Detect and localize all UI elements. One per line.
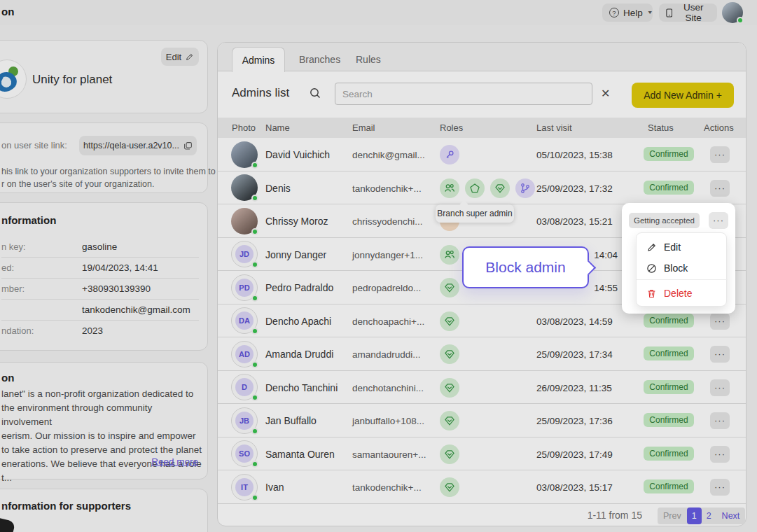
branch-super-admin-tooltip: Branch super admin bbox=[436, 204, 514, 223]
prev-page-button[interactable]: Prev bbox=[658, 507, 687, 524]
menu-item-label: Block bbox=[664, 262, 688, 274]
row-avatar: PD bbox=[231, 274, 258, 301]
read-more-link[interactable]: Reed more bbox=[112, 456, 198, 467]
column-header-photo: Photo bbox=[232, 122, 256, 133]
gem-role-icon[interactable] bbox=[440, 312, 459, 331]
status-badge: Confirmed bbox=[644, 147, 693, 161]
table-row: JBJan Buffallojanbuffallo+108...25/09/20… bbox=[218, 404, 746, 438]
menu-item-edit[interactable]: Edit bbox=[637, 237, 728, 257]
admin-name: Samanta Ouren bbox=[265, 449, 335, 460]
help-button[interactable]: ? Help ▼ bbox=[602, 4, 653, 22]
avatar-initials: IT bbox=[235, 478, 254, 496]
tab-branches[interactable]: Branches bbox=[289, 47, 350, 72]
gem-role-icon[interactable] bbox=[440, 477, 459, 497]
info-label: n key: bbox=[1, 241, 26, 252]
search-input[interactable] bbox=[335, 83, 592, 105]
info-value: tankodenchik@gmail.com bbox=[82, 304, 190, 315]
phone-icon bbox=[666, 8, 672, 18]
info-row: ed: 19/04/2023, 14:41 bbox=[1, 258, 199, 279]
copy-icon[interactable] bbox=[183, 141, 193, 150]
user-avatar[interactable] bbox=[722, 2, 743, 23]
roles-cell bbox=[440, 378, 459, 398]
online-status-dot bbox=[251, 328, 258, 335]
block-admin-callout: Block admin bbox=[462, 246, 589, 288]
menu-divider bbox=[637, 279, 728, 280]
gem-role-icon[interactable] bbox=[440, 344, 459, 364]
column-header-actions: Actions bbox=[704, 122, 734, 133]
row-avatar bbox=[231, 208, 258, 234]
info-row: ndation: 2023 bbox=[1, 321, 199, 342]
description-heading: on bbox=[1, 372, 14, 384]
admin-name: Chrissy Moroz bbox=[265, 216, 328, 227]
row-actions-button[interactable]: ··· bbox=[710, 146, 730, 163]
status-badge: Confirmed bbox=[644, 314, 693, 328]
users-role-icon[interactable] bbox=[440, 178, 459, 198]
pagination-range: 1-11 from 15 bbox=[502, 510, 642, 521]
trash-icon bbox=[646, 288, 657, 299]
block-icon bbox=[646, 263, 657, 274]
pentagon-role-icon[interactable] bbox=[465, 178, 485, 198]
menu-item-block[interactable]: Block bbox=[637, 258, 728, 278]
app-window: on ? Help ▼ User Site Unity for planet E… bbox=[0, 0, 757, 532]
admins-table-body: David Vuichichdenchik@gmail...05/10/2023… bbox=[218, 138, 746, 504]
row-avatar bbox=[231, 174, 258, 201]
info-label: mber: bbox=[1, 284, 25, 294]
row-avatar: JD bbox=[231, 241, 258, 267]
row-avatar: SO bbox=[231, 440, 258, 467]
information-heading: nformation bbox=[1, 214, 56, 226]
user-site-link-value[interactable]: https://qela-user.a2v10... bbox=[79, 136, 197, 155]
row-actions-popup: Getting accepted ··· Edit Block bbox=[622, 203, 735, 314]
gem-role-icon[interactable] bbox=[440, 378, 459, 398]
avatar-initials: DA bbox=[235, 312, 254, 330]
roles-cell bbox=[440, 444, 459, 464]
add-new-admin-button[interactable]: Add New Admin + bbox=[632, 83, 734, 108]
link-note-line1: his link to your organization supporters… bbox=[1, 165, 216, 178]
tab-rules[interactable]: Rules bbox=[346, 47, 391, 72]
row-actions-button[interactable]: ··· bbox=[710, 313, 730, 330]
information-rows: n key: gasoline ed: 19/04/2023, 14:41 mb… bbox=[1, 237, 199, 342]
key-role-icon[interactable] bbox=[440, 145, 459, 164]
help-icon: ? bbox=[609, 8, 619, 18]
info-label: ed: bbox=[1, 262, 14, 273]
gem-role-icon[interactable] bbox=[440, 278, 459, 298]
branch-role-icon[interactable] bbox=[515, 178, 535, 198]
description-line: the environment through community involv… bbox=[1, 401, 204, 429]
roles-cell bbox=[440, 411, 459, 430]
table-row: DDencho Tanchinidenchotanchini...26/09/2… bbox=[218, 371, 746, 405]
user-site-label: User Site bbox=[676, 2, 710, 23]
last-visit: 03/08/2023, 14:59 bbox=[536, 316, 618, 327]
pencil-icon bbox=[185, 52, 194, 62]
row-actions-button[interactable]: ··· bbox=[710, 180, 730, 197]
menu-item-label: Edit bbox=[664, 241, 681, 253]
gem-role-icon[interactable] bbox=[490, 178, 510, 198]
last-visit: 25/09/2023, 17:49 bbox=[536, 449, 618, 460]
clear-search-icon[interactable]: ✕ bbox=[597, 85, 613, 102]
edit-organization-button[interactable]: Edit bbox=[161, 48, 199, 66]
status-cell: Confirmed bbox=[644, 314, 694, 328]
table-header: Photo Name Email Roles Last visit Status… bbox=[218, 118, 746, 138]
pencil-icon bbox=[646, 242, 657, 253]
row-actions-button[interactable]: ··· bbox=[710, 446, 730, 463]
row-actions-button[interactable]: ··· bbox=[710, 346, 730, 363]
tab-strip: Admins Branches Rules bbox=[218, 43, 746, 71]
gem-role-icon[interactable] bbox=[440, 411, 459, 430]
page-1-button[interactable]: 1 bbox=[687, 507, 702, 524]
tab-admins[interactable]: Admins bbox=[232, 47, 285, 72]
info-value: 2023 bbox=[82, 326, 103, 336]
page-2-button[interactable]: 2 bbox=[702, 507, 716, 524]
search-icon[interactable] bbox=[309, 87, 321, 99]
user-site-button[interactable]: User Site bbox=[659, 4, 717, 22]
row-actions-button[interactable]: ··· bbox=[710, 479, 730, 496]
next-page-button[interactable]: Next bbox=[716, 507, 746, 524]
edit-label: Edit bbox=[166, 52, 181, 62]
users-role-icon[interactable] bbox=[440, 245, 459, 265]
status-badge: Confirmed bbox=[644, 447, 693, 461]
row-actions-button[interactable]: ··· bbox=[710, 412, 730, 429]
info-row: tankodenchik@gmail.com bbox=[1, 300, 199, 321]
link-text: https://qela-user.a2v10... bbox=[83, 141, 179, 150]
gem-role-icon[interactable] bbox=[440, 444, 459, 464]
menu-item-delete[interactable]: Delete bbox=[637, 284, 728, 303]
online-status-dot bbox=[251, 228, 258, 235]
row-actions-button[interactable]: ··· bbox=[709, 212, 728, 229]
row-actions-button[interactable]: ··· bbox=[710, 379, 730, 396]
